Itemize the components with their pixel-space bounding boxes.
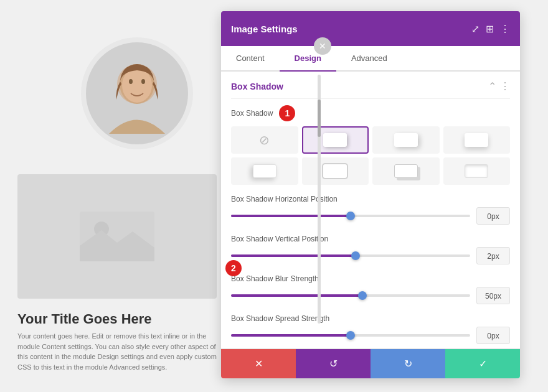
slider-vertical-track-wrap xyxy=(231,254,470,257)
slider-horizontal-thumb[interactable] xyxy=(346,212,355,220)
scroll-thumb[interactable] xyxy=(318,100,321,137)
panel-header-icons: ⤢ ⊞ ⋮ xyxy=(471,23,510,35)
collapse-icon[interactable]: ⌃ xyxy=(488,80,496,92)
page-content: Your content goes here. Edit or remove t… xyxy=(17,331,217,372)
shadow-option-1[interactable] xyxy=(302,126,369,154)
slider-blur-fill xyxy=(231,294,362,297)
panel-header: Image Settings ⤢ ⊞ ⋮ xyxy=(221,11,520,46)
svg-point-4 xyxy=(141,79,145,84)
slider-horizontal-value[interactable]: 0px xyxy=(476,207,510,225)
avatar xyxy=(81,37,193,149)
resize-icon[interactable]: ⤢ xyxy=(471,23,479,35)
panel-body: Box Shadow ⌃ ⋮ Box Shadow 1 ⊘ xyxy=(221,72,520,348)
panel-close-button[interactable]: ✕ xyxy=(314,37,331,55)
placeholder-image xyxy=(17,174,217,299)
panel-tabs: Content Design Advanced xyxy=(221,46,520,72)
more-icon[interactable]: ⋮ xyxy=(500,23,510,35)
panel-footer: ✕ ↺ ↻ ✓ xyxy=(221,348,520,378)
slider-blur-value[interactable]: 50px xyxy=(476,287,510,304)
undo-button[interactable]: ↺ xyxy=(296,349,371,378)
section-more-icon[interactable]: ⋮ xyxy=(500,80,510,92)
slider-spread-label: Box Shadow Spread Strength xyxy=(231,314,510,323)
slider-spread-fill xyxy=(231,334,351,337)
slider-blur-label: Box Shadow Blur Strength xyxy=(231,274,510,283)
shadow-demo-3 xyxy=(465,133,488,147)
slider-blur-thumb[interactable] xyxy=(358,291,367,300)
slider-horizontal-track xyxy=(231,215,470,217)
shadow-options-grid: ⊘ xyxy=(231,126,510,185)
box-shadow-field-row: Box Shadow 1 xyxy=(231,105,510,121)
slider-blur: Box Shadow Blur Strength 50px xyxy=(231,274,510,304)
slider-spread-control: 0px xyxy=(231,327,510,344)
slider-blur-track xyxy=(231,294,470,297)
slider-spread-thumb[interactable] xyxy=(346,331,355,340)
slider-horizontal-fill xyxy=(231,215,351,217)
svg-point-3 xyxy=(129,79,133,84)
slider-spread: Box Shadow Spread Strength 0px xyxy=(231,314,510,344)
slider-horizontal-label: Box Shadow Horizontal Position xyxy=(231,195,510,203)
slider-vertical-thumb[interactable] xyxy=(351,251,360,260)
slider-vertical-track xyxy=(231,254,470,257)
shadow-demo-4 xyxy=(253,164,276,178)
shadow-demo-7 xyxy=(465,164,488,178)
slider-vertical-value[interactable]: 2px xyxy=(476,247,510,264)
tab-advanced[interactable]: Advanced xyxy=(336,46,402,72)
section-header: Box Shadow ⌃ ⋮ xyxy=(231,72,510,99)
confirm-button[interactable]: ✓ xyxy=(445,349,520,378)
blur-row-container: Box Shadow Blur Strength 50px xyxy=(231,274,510,304)
shadow-option-none[interactable]: ⊘ xyxy=(231,126,298,154)
slider-vertical-fill xyxy=(231,254,356,257)
shadow-option-4[interactable] xyxy=(231,157,298,185)
shadow-option-6[interactable] xyxy=(372,157,440,185)
shadow-demo-6 xyxy=(394,164,418,178)
redo-button[interactable]: ↻ xyxy=(371,349,445,378)
badge-2-container: 2 xyxy=(225,260,242,276)
shadow-demo-5 xyxy=(323,164,347,178)
image-settings-panel: Image Settings ⤢ ⊞ ⋮ Content Design Adva… xyxy=(221,11,520,378)
badge-1: 1 xyxy=(279,105,295,121)
slider-vertical: Box Shadow Vertical Position 2px xyxy=(231,235,510,264)
slider-horizontal: Box Shadow Horizontal Position 0px xyxy=(231,195,510,225)
slider-blur-control: 50px xyxy=(231,287,510,304)
shadow-demo-2 xyxy=(394,133,418,147)
shadow-option-7[interactable] xyxy=(443,157,511,185)
panel-title: Image Settings xyxy=(231,24,298,34)
slider-spread-track xyxy=(231,334,470,337)
badge-2: 2 xyxy=(225,260,242,276)
slider-horizontal-track-wrap xyxy=(231,215,470,217)
slider-vertical-label: Box Shadow Vertical Position xyxy=(231,235,510,243)
shadow-demo-1 xyxy=(323,133,347,147)
section-icons: ⌃ ⋮ xyxy=(488,80,510,92)
shadow-option-5[interactable] xyxy=(302,157,369,185)
shadow-option-2[interactable] xyxy=(372,126,440,154)
box-shadow-label: Box Shadow xyxy=(231,109,273,118)
cancel-button[interactable]: ✕ xyxy=(221,349,296,378)
slider-horizontal-control: 0px xyxy=(231,207,510,225)
tab-content[interactable]: Content xyxy=(221,46,280,72)
scroll-bar xyxy=(318,75,321,324)
slider-blur-track-wrap xyxy=(231,294,470,297)
layout-icon[interactable]: ⊞ xyxy=(486,23,494,35)
section-title: Box Shadow xyxy=(231,82,283,91)
slider-vertical-control: 2px xyxy=(231,247,510,264)
shadow-option-3[interactable] xyxy=(443,126,511,154)
slider-spread-track-wrap xyxy=(231,334,470,337)
slider-spread-value[interactable]: 0px xyxy=(476,327,510,344)
page-title: Your Title Goes Here xyxy=(17,311,152,327)
